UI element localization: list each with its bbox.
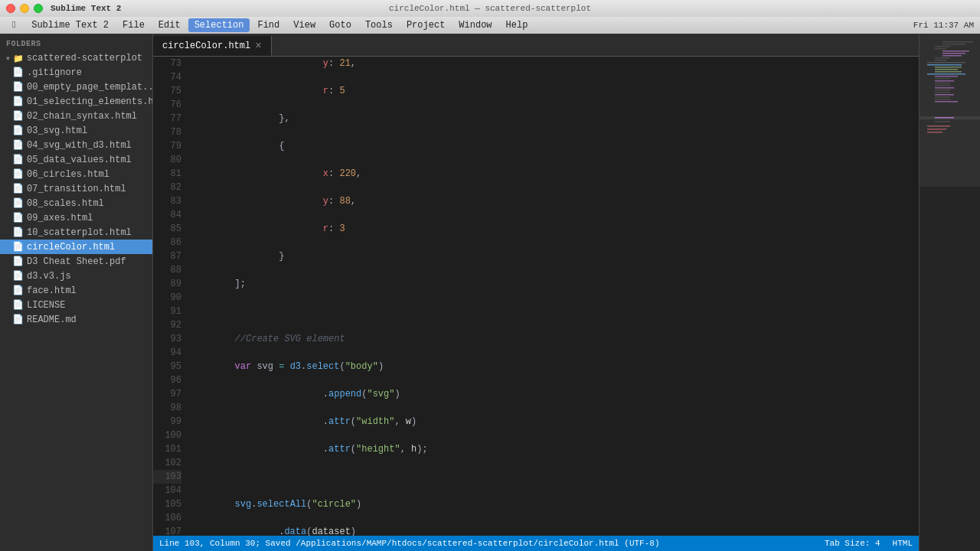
sidebar: FOLDERS ▼ 📁 scattered-scatterplot 📄.giti… — [0, 34, 153, 551]
language-label: HTML — [893, 539, 913, 548]
item-icon: 📄 — [12, 110, 24, 122]
code-line: x: 220, — [191, 167, 919, 181]
menubar:  Sublime Text 2 File Edit Selection Fin… — [0, 17, 980, 34]
maximize-button[interactable] — [34, 4, 43, 13]
code-line: var svg = d3.select("body") — [191, 360, 919, 373]
minimap — [919, 34, 980, 551]
item-icon: 📄 — [12, 256, 24, 267]
minimap-svg — [920, 34, 980, 551]
sidebar-item[interactable]: 📄README.md — [0, 312, 152, 327]
code-line: } — [191, 249, 919, 263]
item-icon: 📄 — [12, 197, 24, 209]
code-line: //Create SVG element — [191, 332, 919, 346]
sidebar-item[interactable]: 📄00_empty_page_templat... — [0, 80, 152, 94]
item-icon: 📄 — [12, 96, 24, 107]
svg-rect-34 — [920, 34, 980, 187]
status-right: Tab Size: 4 HTML — [825, 539, 913, 548]
item-icon: 📄 — [12, 227, 24, 238]
item-icon: 📄 — [12, 212, 24, 223]
folder-root[interactable]: ▼ 📁 scattered-scatterplot — [0, 51, 152, 65]
code-line — [191, 470, 919, 484]
item-icon: 📄 — [12, 241, 24, 253]
code-line — [191, 305, 919, 318]
titlebar: Sublime Text 2 circleColor.html — scatte… — [0, 0, 980, 17]
code-line: }, — [191, 112, 919, 126]
sidebar-item[interactable]: 📄05_data_values.html — [0, 152, 152, 167]
main-layout: FOLDERS ▼ 📁 scattered-scatterplot 📄.giti… — [0, 34, 980, 551]
item-icon: 📄 — [12, 183, 24, 194]
menu-clock: Fri 11:37 AM — [913, 21, 974, 30]
status-bar: Line 103, Column 30; Saved /Applications… — [153, 536, 919, 551]
menu-selection[interactable]: Selection — [188, 18, 250, 32]
editor-area: circleColor.html × 73 74 75 76 77 78 79 … — [153, 34, 919, 551]
item-icon: 📄 — [12, 168, 24, 180]
sidebar-item[interactable]: 📄10_scatterplot.html — [0, 225, 152, 240]
code-line: .append("svg") — [191, 387, 919, 401]
menubar-right: Fri 11:37 AM — [913, 21, 974, 30]
app-name: Sublime Text 2 — [51, 4, 121, 13]
sidebar-item[interactable]: 📄06_circles.html — [0, 167, 152, 181]
tab-size-label: Tab Size: 4 — [825, 539, 880, 548]
sidebar-item-active[interactable]: 📄circleColor.html — [0, 240, 152, 254]
tab-close-button[interactable]: × — [255, 41, 261, 51]
sidebar-item[interactable]: 📄03_svg.html — [0, 123, 152, 138]
menu-project[interactable]: Project — [400, 18, 451, 32]
item-icon: 📄 — [12, 154, 24, 165]
sidebar-item[interactable]: 📄07_transition.html — [0, 181, 152, 196]
code-line: { — [191, 139, 919, 153]
menu-help[interactable]: Help — [500, 18, 534, 32]
code-line: .data(dataset) — [191, 525, 919, 536]
status-info: Line 103, Column 30; Saved /Applications… — [159, 539, 660, 548]
menu-goto[interactable]: Goto — [323, 18, 358, 32]
line-numbers: 73 74 75 76 77 78 79 80 81 82 83 84 85 8… — [153, 57, 188, 536]
item-icon: 📄 — [12, 270, 24, 282]
sidebar-item[interactable]: 📄D3 Cheat Sheet.pdf — [0, 254, 152, 269]
sidebar-item[interactable]: 📄face.html — [0, 283, 152, 298]
item-icon: 📄 — [12, 299, 24, 311]
code-line: y: 21, — [191, 57, 919, 70]
code-line: r: 3 — [191, 222, 919, 236]
menu-app[interactable]: Sublime Text 2 — [25, 18, 115, 32]
menu-tools[interactable]: Tools — [359, 18, 399, 32]
folder-icon: 📁 — [13, 54, 24, 64]
sidebar-item[interactable]: 📄09_axes.html — [0, 210, 152, 225]
menu-view[interactable]: View — [287, 18, 322, 32]
item-icon: 📄 — [12, 67, 24, 78]
sidebar-item[interactable]: 📄04_svg_with_d3.html — [0, 138, 152, 152]
code-line: y: 88, — [191, 194, 919, 208]
item-icon: 📄 — [12, 285, 24, 296]
menu-apple[interactable]:  — [6, 18, 24, 32]
sidebar-item[interactable]: 📄08_scales.html — [0, 196, 152, 210]
sidebar-item[interactable]: 📄d3.v3.js — [0, 269, 152, 283]
tab-label: circleColor.html — [162, 41, 250, 51]
sidebar-item[interactable]: 📄.gitignore — [0, 65, 152, 80]
menu-find[interactable]: Find — [251, 18, 286, 32]
code-line: .attr("height", h); — [191, 442, 919, 456]
close-button[interactable] — [6, 4, 15, 13]
menu-edit[interactable]: Edit — [152, 18, 187, 32]
item-icon: 📄 — [12, 125, 24, 136]
code-line: .attr("width", w) — [191, 415, 919, 429]
code-line: ]; — [191, 277, 919, 291]
sidebar-header: FOLDERS — [0, 37, 152, 51]
item-icon: 📄 — [12, 314, 24, 325]
item-icon: 📄 — [12, 81, 24, 93]
minimize-button[interactable] — [20, 4, 29, 13]
tab-bar: circleColor.html × — [153, 34, 919, 57]
menu-window[interactable]: Window — [452, 18, 498, 32]
sidebar-item[interactable]: 📄01_selecting_elements.h... — [0, 94, 152, 109]
item-icon: 📄 — [12, 139, 24, 151]
code-editor[interactable]: 73 74 75 76 77 78 79 80 81 82 83 84 85 8… — [153, 57, 919, 536]
sidebar-item[interactable]: 📄LICENSE — [0, 298, 152, 312]
code-line: svg.selectAll("circle") — [191, 497, 919, 511]
window-controls[interactable] — [6, 4, 43, 13]
code-content[interactable]: y: 21, r: 5 }, { x: 220, y: 88, r: 3 } ]… — [188, 57, 919, 536]
code-line: r: 5 — [191, 84, 919, 98]
sidebar-item[interactable]: 📄02_chain_syntax.html — [0, 109, 152, 123]
menu-file[interactable]: File — [116, 18, 151, 32]
window-title: circleColor.html — scattered-scatterplot — [389, 4, 591, 13]
root-folder-name: scattered-scatterplot — [27, 53, 142, 64]
tab-circlecolor[interactable]: circleColor.html × — [153, 36, 272, 56]
triangle-icon: ▼ — [6, 55, 10, 62]
